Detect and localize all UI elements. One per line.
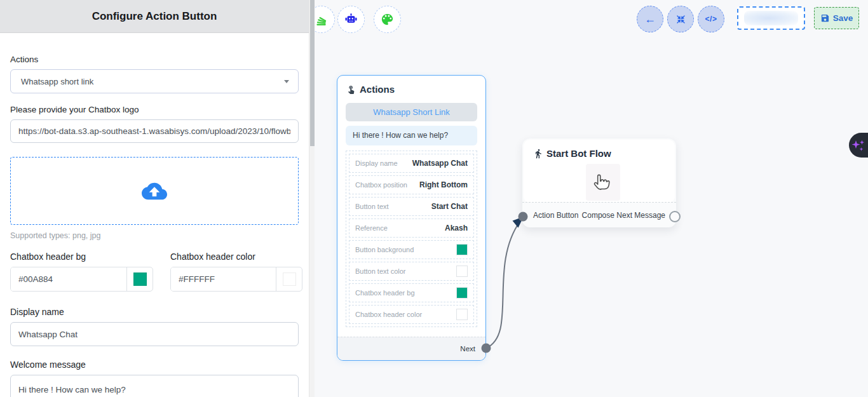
header-bg-picker[interactable] — [126, 267, 153, 291]
color-swatch — [456, 309, 468, 320]
code-view-button[interactable]: </> — [698, 6, 724, 32]
touch-app-icon — [346, 84, 356, 94]
sparkles-icon — [851, 137, 866, 154]
logo-dropzone[interactable] — [10, 157, 299, 225]
property-row: ReferenceAkash — [349, 219, 474, 238]
start-node-body: Start Bot Flow — [524, 140, 675, 203]
header-color-swatch — [283, 273, 296, 286]
code-icon: </> — [705, 15, 717, 24]
property-row: Button background — [349, 240, 474, 259]
property-row: Button text color — [349, 262, 474, 281]
display-name-input[interactable] — [10, 322, 299, 346]
header-color-group — [170, 267, 302, 292]
panel-scrollbar[interactable] — [309, 0, 315, 397]
port-label-compose-next-message: Compose Next Message — [582, 211, 665, 220]
welcome-message-preview: Hi there ! How can we help? — [346, 126, 477, 145]
header-bg-input[interactable] — [11, 267, 126, 291]
header-color-picker[interactable] — [276, 267, 302, 291]
stack-icon — [315, 13, 329, 27]
whatsapp-short-link-button[interactable]: Whatsapp Short Link — [346, 103, 477, 121]
flow-name-input[interactable] — [737, 6, 805, 30]
property-row: Display nameWhatsapp Chat — [349, 154, 474, 173]
actions-node-properties: Display nameWhatsapp Chat Chatbox positi… — [346, 151, 477, 327]
actions-select[interactable]: Whatsapp short link — [10, 69, 299, 93]
property-row: Chatbox header bg — [349, 283, 474, 302]
actions-node[interactable]: Actions Whatsapp Short Link Hi there ! H… — [337, 75, 486, 361]
header-color-label: Chatbox header color — [170, 252, 302, 262]
back-button[interactable]: ← — [637, 6, 663, 32]
theme-tool-button[interactable] — [374, 6, 401, 33]
compress-icon — [675, 14, 686, 25]
color-swatch — [456, 266, 468, 277]
bot-tool-button[interactable] — [337, 6, 365, 33]
config-panel: Configure Action Button Actions Whatsapp… — [0, 0, 309, 397]
chevron-down-icon — [284, 80, 289, 83]
save-label: Save — [833, 13, 853, 23]
header-bg-group — [10, 267, 153, 292]
actions-label: Actions — [10, 55, 299, 64]
save-button[interactable]: Save — [814, 7, 859, 29]
back-arrow-icon: ← — [644, 13, 656, 25]
robot-icon — [344, 12, 358, 27]
property-row: Chatbox positionRight Bottom — [349, 175, 474, 194]
flow-name-redacted — [744, 11, 798, 25]
color-swatch — [456, 244, 468, 255]
header-bg-swatch — [133, 273, 147, 286]
welcome-label: Welcome message — [10, 360, 299, 370]
start-bot-flow-node[interactable]: Start Bot Flow Action Button Compose Nex… — [522, 138, 676, 227]
color-swatch — [456, 287, 468, 299]
cursor-pad — [586, 164, 620, 201]
palette-icon — [380, 12, 395, 27]
ai-assistant-button[interactable] — [849, 133, 868, 158]
save-icon — [820, 13, 830, 23]
property-row: Chatbox header color — [349, 305, 474, 324]
panel-scrollbar-thumb[interactable] — [310, 0, 315, 146]
display-name-label: Display name — [10, 307, 299, 317]
welcome-input[interactable] — [10, 375, 299, 397]
header-color-input[interactable] — [171, 267, 276, 291]
hand-cursor-icon — [592, 172, 614, 193]
start-node-title: Start Bot Flow — [546, 148, 611, 159]
header-bg-label: Chatbox header bg — [10, 252, 153, 262]
upload-hint: Supported types: png, jpg — [10, 231, 299, 240]
next-port-label: Next — [337, 337, 485, 360]
logo-label: Please provide your Chatbox logo — [10, 105, 299, 114]
port-label-action-button: Action Button — [533, 211, 578, 220]
fit-view-button[interactable] — [667, 6, 694, 32]
page-title: Configure Action Button — [0, 0, 309, 33]
logo-url-input[interactable] — [10, 119, 299, 143]
actions-select-value: Whatsapp short link — [21, 77, 93, 86]
walking-person-icon — [533, 149, 543, 159]
cloud-upload-icon — [142, 180, 167, 202]
property-row: Button textStart Chat — [349, 197, 474, 216]
actions-node-title: Actions — [360, 84, 395, 95]
